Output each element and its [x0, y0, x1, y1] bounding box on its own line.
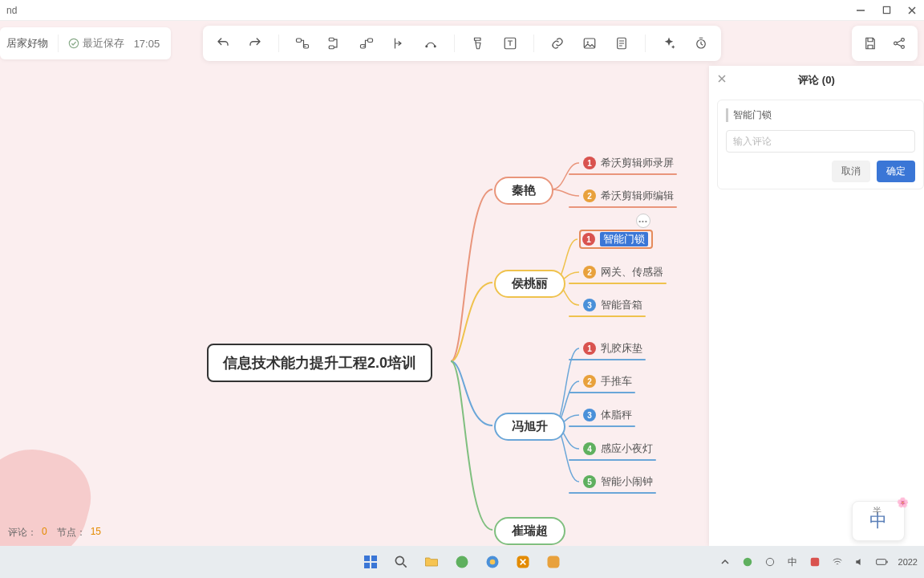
leaf-node[interactable]: 3 体脂秤 — [583, 408, 632, 422]
document-title: 居家好物 — [0, 36, 48, 51]
priority-badge: 2 — [583, 266, 596, 279]
priority-badge: 1 — [583, 157, 596, 169]
window-minimize-button[interactable] — [855, 5, 866, 16]
svg-rect-18 — [364, 556, 370, 561]
share-button[interactable] — [890, 35, 908, 52]
svg-rect-6 — [368, 39, 373, 43]
separator — [58, 35, 59, 52]
leaf-node[interactable]: 2 希沃剪辑师编辑 — [583, 189, 674, 203]
priority-badge: 2 — [583, 375, 596, 388]
svg-rect-5 — [329, 46, 334, 49]
svg-rect-4 — [329, 38, 334, 41]
save-button[interactable] — [861, 35, 879, 52]
image-button[interactable] — [581, 35, 598, 52]
priority-badge: 2 — [583, 189, 596, 202]
app-icon[interactable] — [513, 552, 533, 572]
leaf-node[interactable]: 1 乳胶床垫 — [583, 341, 642, 356]
comment-subject: 智能门锁 — [726, 108, 915, 122]
leaf-node[interactable]: 1 希沃剪辑师录屏 — [583, 156, 674, 170]
priority-badge: 3 — [583, 409, 596, 421]
windows-taskbar[interactable]: 中 2022 — [0, 546, 924, 578]
tray-globe-icon[interactable] — [741, 556, 754, 568]
app2-icon[interactable] — [544, 552, 563, 572]
redo-button[interactable] — [246, 35, 264, 52]
svg-rect-32 — [886, 561, 887, 564]
relation-button[interactable] — [422, 35, 440, 52]
tray-network-icon[interactable] — [764, 556, 776, 568]
tray-volume-icon[interactable] — [853, 556, 866, 568]
svg-rect-11 — [584, 39, 595, 48]
comment-input[interactable] — [726, 130, 915, 153]
comments-title: 评论 (0) — [798, 73, 835, 88]
comments-panel: 评论 (0) 智能门锁 取消 确定 — [709, 66, 924, 546]
svg-point-12 — [587, 41, 589, 43]
document-info: 居家好物 最近保存 17:05 — [0, 27, 171, 59]
svg-point-29 — [766, 558, 773, 565]
svg-point-22 — [395, 556, 403, 564]
search-icon[interactable] — [391, 552, 411, 572]
leaf-node[interactable]: 4 感应小夜灯 — [583, 442, 653, 456]
mindmap-root-node[interactable]: 信息技术能力提升工程2.0培训 — [207, 344, 432, 382]
note-button[interactable] — [613, 35, 630, 52]
add-child-button[interactable] — [294, 35, 311, 52]
start-button[interactable] — [361, 552, 380, 572]
priority-badge: 1 — [583, 342, 596, 355]
svg-rect-0 — [883, 6, 890, 13]
priority-badge: 1 — [582, 233, 595, 246]
format-painter-button[interactable] — [469, 35, 487, 52]
svg-rect-2 — [297, 39, 302, 43]
edge-icon[interactable] — [452, 552, 472, 572]
leaf-node[interactable]: 2 网关、传感器 — [583, 265, 663, 279]
text-button[interactable] — [501, 35, 519, 52]
explorer-icon[interactable] — [422, 552, 441, 572]
svg-rect-21 — [371, 563, 377, 568]
undo-button[interactable] — [214, 35, 232, 52]
priority-badge: 4 — [583, 442, 596, 455]
tray-sogou-icon[interactable] — [808, 556, 821, 568]
leaf-node[interactable]: 2 手推车 — [583, 374, 632, 389]
save-status: 最近保存 17:05 — [68, 36, 160, 51]
tray-wifi-icon[interactable] — [831, 556, 844, 568]
tray-chevron-icon[interactable] — [719, 556, 732, 568]
svg-point-8 — [425, 45, 428, 47]
taskbar-clock: 2022 — [898, 557, 918, 567]
branch-node-cuiruichao[interactable]: 崔瑞超 — [494, 517, 565, 545]
summary-button[interactable] — [390, 35, 407, 52]
window-close-button[interactable] — [906, 5, 918, 16]
leaf-node[interactable]: 5 智能小闹钟 — [583, 474, 653, 489]
ai-button[interactable] — [660, 35, 678, 52]
comment-confirm-button[interactable]: 确定 — [877, 161, 915, 182]
add-sibling-button[interactable] — [326, 35, 343, 52]
tray-battery-icon[interactable] — [876, 556, 889, 568]
browser-icon[interactable] — [483, 552, 502, 572]
svg-rect-19 — [371, 556, 377, 561]
tray-ime-icon[interactable]: 中 — [786, 556, 799, 568]
svg-rect-30 — [810, 558, 819, 567]
svg-point-9 — [434, 45, 436, 47]
leaf-node-selected[interactable]: 1 智能门锁 — [579, 230, 653, 249]
canvas-statusbar: 评论：0 节点：15 — [8, 526, 101, 539]
svg-point-25 — [490, 560, 496, 565]
app-name: nd — [6, 5, 17, 16]
svg-point-23 — [456, 556, 468, 568]
branch-node-fengxusheng[interactable]: 冯旭升 — [494, 413, 565, 441]
priority-badge: 3 — [583, 299, 596, 311]
ime-indicator: 中 半 🌸 — [852, 501, 905, 541]
svg-rect-31 — [876, 560, 886, 565]
branch-node-houtaoli[interactable]: 侯桃丽 — [494, 270, 565, 298]
priority-badge: 5 — [583, 475, 596, 488]
svg-point-28 — [743, 558, 752, 567]
leaf-node[interactable]: 3 智能音箱 — [583, 298, 642, 312]
close-comments-button[interactable] — [717, 74, 730, 87]
node-more-icon[interactable]: ••• — [636, 214, 650, 228]
add-parent-button[interactable] — [358, 35, 375, 52]
window-maximize-button[interactable] — [881, 5, 892, 16]
comment-cancel-button[interactable]: 取消 — [832, 161, 870, 182]
timer-button[interactable] — [692, 35, 710, 52]
svg-rect-20 — [364, 563, 370, 568]
main-toolbar — [203, 26, 721, 61]
svg-rect-27 — [548, 556, 560, 568]
link-button[interactable] — [549, 35, 566, 52]
branch-node-qinyan[interactable]: 秦艳 — [494, 177, 553, 205]
